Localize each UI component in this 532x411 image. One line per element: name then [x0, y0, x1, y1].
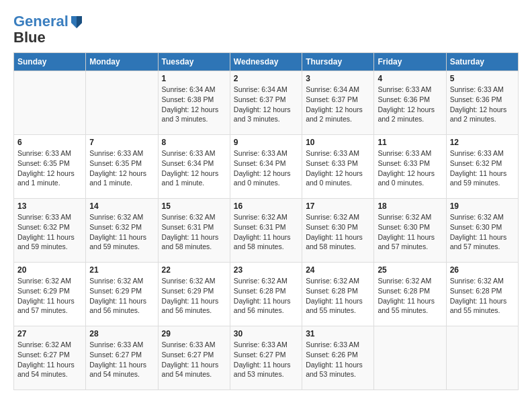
- calendar-cell: 5Sunrise: 6:33 AM Sunset: 6:36 PM Daylig…: [446, 71, 518, 135]
- day-info: Sunrise: 6:34 AM Sunset: 6:38 PM Dayligh…: [162, 85, 226, 124]
- calendar-week-1: 1Sunrise: 6:34 AM Sunset: 6:38 PM Daylig…: [14, 71, 519, 135]
- day-info: Sunrise: 6:34 AM Sunset: 6:37 PM Dayligh…: [306, 85, 370, 124]
- calendar-cell: 22Sunrise: 6:32 AM Sunset: 6:29 PM Dayli…: [158, 263, 230, 326]
- logo-text: General Blue: [13, 13, 83, 46]
- day-info: Sunrise: 6:32 AM Sunset: 6:31 PM Dayligh…: [234, 212, 298, 252]
- day-info: Sunrise: 6:32 AM Sunset: 6:27 PM Dayligh…: [17, 340, 82, 379]
- page-header: General Blue: [13, 13, 519, 46]
- day-info: Sunrise: 6:32 AM Sunset: 6:28 PM Dayligh…: [378, 276, 442, 316]
- day-info: Sunrise: 6:33 AM Sunset: 6:27 PM Dayligh…: [234, 340, 298, 379]
- calendar-cell: 10Sunrise: 6:33 AM Sunset: 6:33 PM Dayli…: [302, 135, 374, 199]
- day-number: 3: [306, 74, 370, 83]
- calendar-week-3: 13Sunrise: 6:33 AM Sunset: 6:32 PM Dayli…: [14, 199, 519, 263]
- calendar-cell: 17Sunrise: 6:32 AM Sunset: 6:30 PM Dayli…: [302, 199, 374, 263]
- day-number: 4: [378, 74, 442, 83]
- day-info: Sunrise: 6:32 AM Sunset: 6:28 PM Dayligh…: [306, 276, 370, 316]
- day-number: 7: [89, 138, 154, 147]
- calendar-cell: 9Sunrise: 6:33 AM Sunset: 6:34 PM Daylig…: [230, 135, 302, 199]
- calendar-cell: 1Sunrise: 6:34 AM Sunset: 6:38 PM Daylig…: [158, 71, 230, 135]
- calendar-cell: 21Sunrise: 6:32 AM Sunset: 6:29 PM Dayli…: [86, 263, 158, 326]
- day-info: Sunrise: 6:33 AM Sunset: 6:35 PM Dayligh…: [89, 148, 154, 188]
- day-info: Sunrise: 6:34 AM Sunset: 6:37 PM Dayligh…: [234, 85, 298, 124]
- day-number: 22: [162, 265, 226, 275]
- calendar-cell: 12Sunrise: 6:33 AM Sunset: 6:32 PM Dayli…: [446, 135, 518, 199]
- day-header-sunday: Sunday: [14, 53, 86, 71]
- day-number: 31: [306, 329, 370, 338]
- calendar-cell: 23Sunrise: 6:32 AM Sunset: 6:28 PM Dayli…: [230, 263, 302, 326]
- calendar-week-4: 20Sunrise: 6:32 AM Sunset: 6:29 PM Dayli…: [14, 263, 519, 326]
- day-info: Sunrise: 6:32 AM Sunset: 6:30 PM Dayligh…: [450, 212, 515, 252]
- calendar-cell: 13Sunrise: 6:33 AM Sunset: 6:32 PM Dayli…: [14, 199, 86, 263]
- day-number: 16: [234, 201, 298, 211]
- calendar-cell: [86, 71, 158, 135]
- calendar-cell: 25Sunrise: 6:32 AM Sunset: 6:28 PM Dayli…: [374, 263, 446, 326]
- day-number: 15: [162, 201, 226, 211]
- calendar-cell: 27Sunrise: 6:32 AM Sunset: 6:27 PM Dayli…: [14, 326, 86, 390]
- calendar-cell: [446, 326, 518, 390]
- calendar-cell: 14Sunrise: 6:32 AM Sunset: 6:32 PM Dayli…: [86, 199, 158, 263]
- day-info: Sunrise: 6:32 AM Sunset: 6:30 PM Dayligh…: [378, 212, 442, 252]
- day-number: 30: [234, 329, 298, 338]
- day-info: Sunrise: 6:33 AM Sunset: 6:33 PM Dayligh…: [378, 148, 442, 188]
- day-info: Sunrise: 6:33 AM Sunset: 6:34 PM Dayligh…: [234, 148, 298, 188]
- calendar-cell: 28Sunrise: 6:33 AM Sunset: 6:27 PM Dayli…: [86, 326, 158, 390]
- day-info: Sunrise: 6:32 AM Sunset: 6:28 PM Dayligh…: [234, 276, 298, 316]
- day-number: 2: [234, 74, 298, 83]
- calendar-cell: 31Sunrise: 6:33 AM Sunset: 6:26 PM Dayli…: [302, 326, 374, 390]
- day-header-tuesday: Tuesday: [158, 53, 230, 71]
- day-info: Sunrise: 6:33 AM Sunset: 6:33 PM Dayligh…: [306, 148, 370, 188]
- day-header-thursday: Thursday: [302, 53, 374, 71]
- day-number: 10: [306, 138, 370, 147]
- calendar-cell: 30Sunrise: 6:33 AM Sunset: 6:27 PM Dayli…: [230, 326, 302, 390]
- calendar-cell: 24Sunrise: 6:32 AM Sunset: 6:28 PM Dayli…: [302, 263, 374, 326]
- day-info: Sunrise: 6:33 AM Sunset: 6:34 PM Dayligh…: [162, 148, 226, 188]
- calendar-header-row: SundayMondayTuesdayWednesdayThursdayFrid…: [14, 53, 519, 71]
- day-number: 27: [17, 329, 82, 338]
- day-header-wednesday: Wednesday: [230, 53, 302, 71]
- day-header-saturday: Saturday: [446, 53, 518, 71]
- day-header-friday: Friday: [374, 53, 446, 71]
- day-number: 24: [306, 265, 370, 275]
- calendar-cell: 4Sunrise: 6:33 AM Sunset: 6:36 PM Daylig…: [374, 71, 446, 135]
- calendar-table: SundayMondayTuesdayWednesdayThursdayFrid…: [13, 52, 519, 390]
- calendar-cell: 11Sunrise: 6:33 AM Sunset: 6:33 PM Dayli…: [374, 135, 446, 199]
- day-number: 11: [378, 138, 442, 147]
- calendar-week-2: 6Sunrise: 6:33 AM Sunset: 6:35 PM Daylig…: [14, 135, 519, 199]
- calendar-cell: 18Sunrise: 6:32 AM Sunset: 6:30 PM Dayli…: [374, 199, 446, 263]
- day-number: 1: [162, 74, 226, 83]
- day-info: Sunrise: 6:32 AM Sunset: 6:29 PM Dayligh…: [162, 276, 226, 316]
- calendar-cell: 15Sunrise: 6:32 AM Sunset: 6:31 PM Dayli…: [158, 199, 230, 263]
- calendar-cell: [14, 71, 86, 135]
- day-number: 9: [234, 138, 298, 147]
- calendar-cell: 6Sunrise: 6:33 AM Sunset: 6:35 PM Daylig…: [14, 135, 86, 199]
- day-number: 21: [89, 265, 154, 275]
- calendar-cell: 7Sunrise: 6:33 AM Sunset: 6:35 PM Daylig…: [86, 135, 158, 199]
- day-info: Sunrise: 6:33 AM Sunset: 6:26 PM Dayligh…: [306, 340, 370, 379]
- day-number: 20: [17, 265, 82, 275]
- day-info: Sunrise: 6:33 AM Sunset: 6:27 PM Dayligh…: [162, 340, 226, 379]
- calendar-cell: 16Sunrise: 6:32 AM Sunset: 6:31 PM Dayli…: [230, 199, 302, 263]
- day-info: Sunrise: 6:33 AM Sunset: 6:35 PM Dayligh…: [17, 148, 82, 188]
- svg-marker-1: [77, 16, 82, 28]
- calendar-cell: 3Sunrise: 6:34 AM Sunset: 6:37 PM Daylig…: [302, 71, 374, 135]
- day-number: 25: [378, 265, 442, 275]
- day-number: 5: [450, 74, 515, 83]
- calendar-cell: 8Sunrise: 6:33 AM Sunset: 6:34 PM Daylig…: [158, 135, 230, 199]
- day-info: Sunrise: 6:32 AM Sunset: 6:30 PM Dayligh…: [306, 212, 370, 252]
- day-info: Sunrise: 6:33 AM Sunset: 6:36 PM Dayligh…: [378, 85, 442, 124]
- calendar-cell: 19Sunrise: 6:32 AM Sunset: 6:30 PM Dayli…: [446, 199, 518, 263]
- calendar-week-5: 27Sunrise: 6:32 AM Sunset: 6:27 PM Dayli…: [14, 326, 519, 390]
- day-number: 19: [450, 201, 515, 211]
- day-header-monday: Monday: [86, 53, 158, 71]
- calendar-cell: 26Sunrise: 6:32 AM Sunset: 6:28 PM Dayli…: [446, 263, 518, 326]
- calendar-cell: 29Sunrise: 6:33 AM Sunset: 6:27 PM Dayli…: [158, 326, 230, 390]
- day-info: Sunrise: 6:32 AM Sunset: 6:29 PM Dayligh…: [89, 276, 154, 316]
- day-number: 12: [450, 138, 515, 147]
- day-number: 26: [450, 265, 515, 275]
- day-number: 23: [234, 265, 298, 275]
- day-info: Sunrise: 6:32 AM Sunset: 6:32 PM Dayligh…: [89, 212, 154, 252]
- day-number: 14: [89, 201, 154, 211]
- calendar-cell: 2Sunrise: 6:34 AM Sunset: 6:37 PM Daylig…: [230, 71, 302, 135]
- day-number: 8: [162, 138, 226, 147]
- day-number: 13: [17, 201, 82, 211]
